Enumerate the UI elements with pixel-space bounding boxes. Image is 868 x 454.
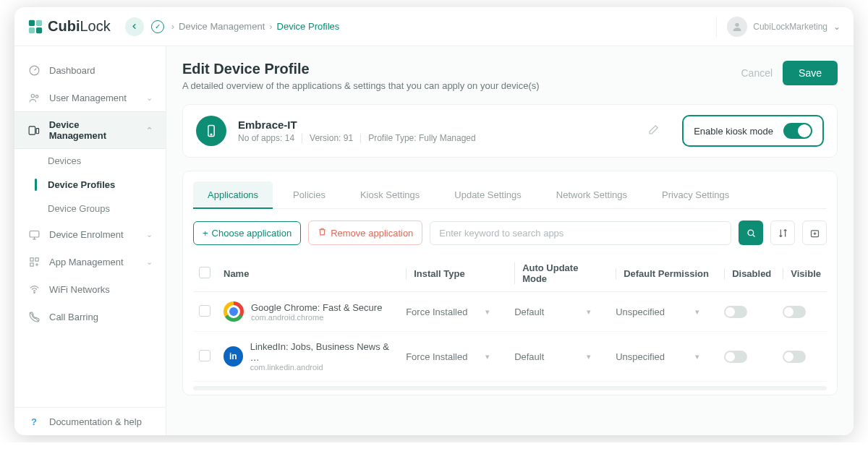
tab-policies[interactable]: Policies [278, 181, 340, 208]
sidebar-item-label: Device Management [49, 119, 137, 141]
app-icon [224, 301, 244, 322]
horizontal-scrollbar[interactable] [193, 386, 827, 390]
svg-rect-3 [36, 27, 42, 33]
sidebar-item-user-management[interactable]: User Management ⌄ [14, 84, 166, 111]
app-name: Google Chrome: Fast & Secure [251, 302, 382, 313]
sidebar-item-dashboard[interactable]: Dashboard [14, 56, 166, 84]
search-button[interactable] [739, 220, 763, 245]
plus-icon: + [203, 228, 208, 239]
update-mode-select[interactable]: Default▾ [514, 351, 604, 362]
trash-icon [318, 227, 327, 239]
user-name: CubiLockMarketing [753, 22, 827, 32]
type-value: Fully Managed [419, 133, 476, 143]
back-button[interactable] [125, 17, 144, 36]
help-icon: ? [27, 415, 41, 428]
kiosk-label: Enable kiosk mode [694, 126, 773, 137]
svg-rect-2 [29, 27, 35, 33]
home-crumb-icon[interactable]: ✓ [151, 20, 164, 33]
sidebar-sub-devices[interactable]: Devices [14, 149, 166, 173]
sidebar-item-help[interactable]: ? Documentation & help [14, 408, 166, 435]
svg-point-4 [736, 22, 739, 26]
avatar-icon [727, 17, 747, 37]
wifi-icon [27, 283, 41, 296]
visible-toggle[interactable] [783, 306, 806, 318]
choose-label: Choose application [212, 228, 292, 239]
app-name: LinkedIn: Jobs, Business News & … [250, 341, 394, 363]
col-update[interactable]: Auto Update Mode [514, 262, 604, 284]
disabled-toggle[interactable] [724, 351, 747, 363]
tab-network-settings[interactable]: Network Settings [542, 181, 642, 208]
table-row: Google Chrome: Fast & Secure com.android… [193, 292, 827, 332]
user-menu[interactable]: CubiLockMarketing ⌄ [716, 17, 841, 37]
svg-rect-1 [36, 20, 42, 25]
sidebar-sub-device-profiles[interactable]: Device Profiles [14, 173, 166, 197]
row-checkbox[interactable] [199, 350, 210, 361]
sidebar-item-label: User Management [49, 93, 127, 103]
col-visible[interactable]: Visible [783, 268, 821, 279]
search-input[interactable] [430, 221, 731, 245]
sidebar-item-device-management[interactable]: Device Management ⌃ [14, 111, 166, 149]
chevron-up-icon: ⌃ [146, 126, 153, 135]
save-button[interactable]: Save [783, 61, 838, 85]
update-mode-select[interactable]: Default▾ [514, 307, 604, 317]
app-package: com.linkedin.android [250, 363, 394, 372]
svg-rect-12 [35, 257, 38, 260]
sidebar-sub-label: Devices [48, 155, 81, 166]
tabs: Applications Policies Kiosk Settings Upd… [193, 181, 827, 209]
chevron-down-icon: ▾ [695, 307, 699, 317]
sort-button[interactable] [770, 220, 795, 245]
tab-applications[interactable]: Applications [193, 181, 273, 208]
sidebar-item-app-management[interactable]: App Management ⌄ [14, 248, 166, 275]
tab-kiosk-settings[interactable]: Kiosk Settings [346, 181, 434, 208]
breadcrumb-sep: › [269, 21, 272, 32]
col-name[interactable]: Name [218, 255, 400, 292]
table-row: in LinkedIn: Jobs, Business News & … com… [193, 332, 827, 382]
monitor-icon [27, 228, 41, 241]
choose-application-button[interactable]: + Choose application [193, 221, 301, 245]
sidebar-sub-label: Device Groups [48, 203, 110, 214]
col-permission[interactable]: Default Permission [616, 268, 709, 279]
permission-select[interactable]: Unspecified▾ [616, 307, 712, 317]
breadcrumb: ✓ › Device Management › Device Profiles [151, 20, 340, 33]
install-type-select[interactable]: Force Installed▾ [406, 307, 503, 317]
breadcrumb-level1[interactable]: Device Management [179, 21, 265, 32]
permission-select[interactable]: Unspecified▾ [616, 351, 712, 362]
sidebar: Dashboard User Management ⌄ Device Manag… [14, 46, 166, 435]
brand-text-2: Lock [80, 18, 110, 35]
breadcrumb-level2[interactable]: Device Profiles [277, 21, 340, 32]
chevron-down-icon: ⌄ [146, 257, 153, 267]
sidebar-item-label: Device Enrolment [49, 229, 124, 240]
remove-application-button[interactable]: Remove application [308, 220, 422, 245]
content-panel: Applications Policies Kiosk Settings Upd… [182, 171, 838, 395]
topbar: CubiLock ✓ › Device Management › Device … [14, 7, 854, 46]
chevron-down-icon: ▾ [485, 307, 490, 317]
svg-point-7 [35, 95, 38, 98]
svg-rect-9 [36, 128, 39, 133]
kiosk-toggle[interactable] [783, 123, 812, 139]
page-header: Edit Device Profile A detailed overview … [182, 61, 838, 91]
tab-update-settings[interactable]: Update Settings [440, 181, 536, 208]
install-type-select[interactable]: Force Installed▾ [406, 351, 503, 362]
remove-label: Remove application [331, 228, 413, 239]
disabled-toggle[interactable] [724, 306, 747, 318]
sidebar-item-wifi[interactable]: WiFi Networks [14, 275, 166, 303]
edit-profile-button[interactable] [647, 123, 660, 139]
sidebar-item-device-enrolment[interactable]: Device Enrolment ⌄ [14, 220, 166, 248]
cancel-button[interactable]: Cancel [741, 67, 773, 79]
export-button[interactable] [802, 220, 827, 245]
tab-privacy-settings[interactable]: Privacy Settings [647, 181, 744, 208]
sidebar-item-label: Call Barring [49, 312, 98, 322]
sidebar-item-call-barring[interactable]: Call Barring [14, 303, 166, 330]
chevron-down-icon: ▾ [695, 352, 699, 361]
select-all-checkbox[interactable] [199, 267, 210, 278]
col-disabled[interactable]: Disabled [724, 268, 771, 279]
chevron-down-icon: ▾ [587, 307, 591, 317]
col-install[interactable]: Install Type [406, 268, 465, 279]
sidebar-subnav: Devices Device Profiles Device Groups [14, 149, 166, 220]
sidebar-item-label: Documentation & help [49, 416, 142, 427]
sidebar-sub-device-groups[interactable]: Device Groups [14, 197, 166, 220]
devices-icon [27, 124, 41, 137]
chevron-down-icon: ▾ [485, 352, 490, 361]
visible-toggle[interactable] [783, 351, 806, 363]
row-checkbox[interactable] [199, 305, 210, 317]
